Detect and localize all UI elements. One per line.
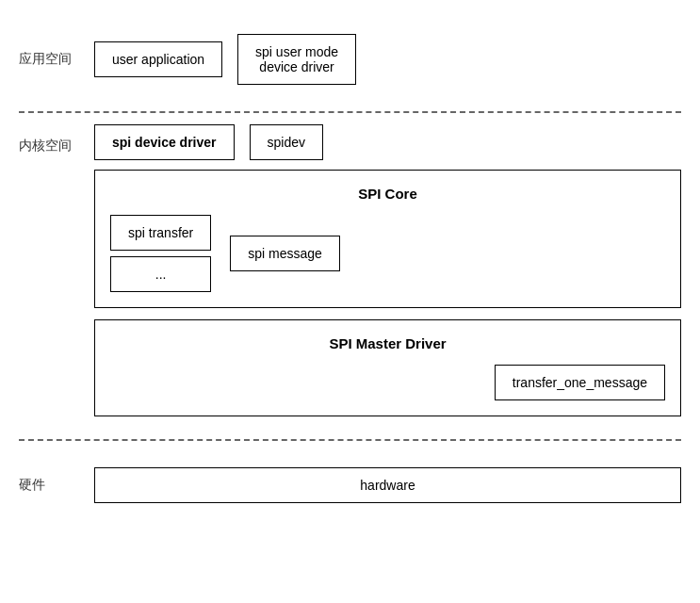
spi-core-left: spi transfer ... — [110, 215, 211, 292]
spi-ellipsis-box: ... — [110, 256, 211, 292]
spi-transfer-box: spi transfer — [110, 215, 211, 251]
spi-core-inner: spi transfer ... spi message — [110, 215, 665, 292]
spi-master-outer-box: SPI Master Driver transfer_one_message — [94, 319, 681, 416]
kernel-top-row: spi device driver spidev — [94, 124, 681, 160]
separator-1 — [19, 111, 681, 113]
diagram: 应用空间 user application spi user mode devi… — [0, 0, 700, 603]
hardware-label: 硬件 — [19, 477, 94, 494]
spi-core-title: SPI Core — [110, 186, 665, 202]
hardware-box: hardware — [94, 467, 681, 503]
spi-device-driver-box: spi device driver — [94, 124, 235, 160]
separator-2 — [19, 439, 681, 441]
spi-message-box: spi message — [230, 236, 340, 271]
spi-master-inner: transfer_one_message — [110, 365, 665, 400]
hardware-layer-content: hardware — [94, 467, 681, 503]
spi-user-mode-box: spi user mode device driver — [237, 34, 356, 85]
app-layer-content: user application spi user mode device dr… — [94, 34, 681, 85]
kernel-space-label: 内核空间 — [19, 124, 94, 155]
app-space-label: 应用空间 — [19, 51, 94, 68]
user-application-box: user application — [94, 41, 222, 77]
hardware-layer: 硬件 hardware — [19, 452, 681, 503]
transfer-one-message-box: transfer_one_message — [495, 365, 665, 400]
kernel-space-area: 内核空间 spi device driver spidev SPI Core s… — [19, 124, 681, 428]
spidev-box: spidev — [250, 124, 323, 160]
spi-core-outer-box: SPI Core spi transfer ... spi message — [94, 170, 681, 308]
kernel-col-content: spi device driver spidev SPI Core spi tr… — [94, 124, 681, 428]
spi-master-title: SPI Master Driver — [110, 335, 665, 351]
app-space-layer: 应用空间 user application spi user mode devi… — [19, 19, 681, 100]
